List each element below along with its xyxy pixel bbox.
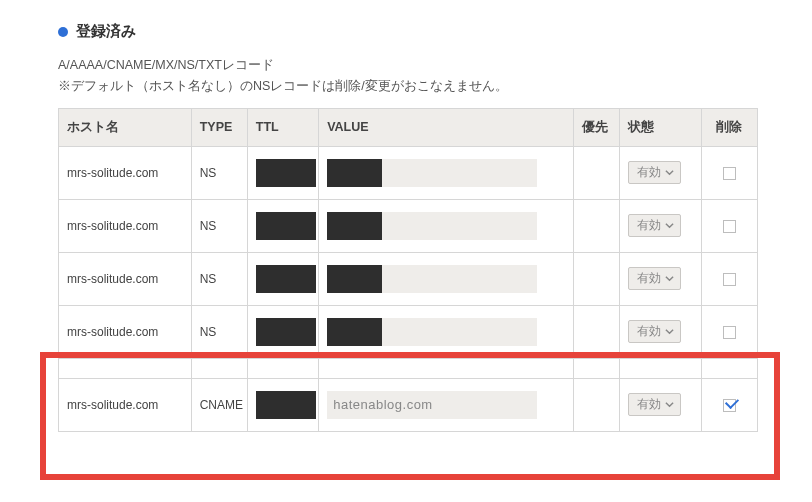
value-field[interactable] xyxy=(327,159,537,187)
cell-host: mrs-solitude.com xyxy=(59,305,192,358)
cell-ttl xyxy=(247,199,318,252)
cell-ttl xyxy=(247,252,318,305)
cell-status: 有効 xyxy=(620,146,702,199)
cell-host: mrs-solitude.com xyxy=(59,146,192,199)
cell-type: NS xyxy=(191,146,247,199)
ttl-redacted xyxy=(256,212,316,240)
bullet-icon xyxy=(58,27,68,37)
cell-value: hatenablog.com xyxy=(319,378,574,431)
ttl-redacted xyxy=(256,318,316,346)
status-label: 有効 xyxy=(637,271,661,286)
chevron-down-icon xyxy=(665,167,674,179)
cell-priority xyxy=(574,378,620,431)
ttl-redacted xyxy=(256,159,316,187)
cell-status: 有効 xyxy=(620,199,702,252)
cell-value xyxy=(319,305,574,358)
cell-host: mrs-solitude.com xyxy=(59,199,192,252)
cell-type: NS xyxy=(191,252,247,305)
status-label: 有効 xyxy=(637,324,661,339)
delete-checkbox[interactable] xyxy=(723,220,736,233)
cell-delete xyxy=(701,199,757,252)
status-select[interactable]: 有効 xyxy=(628,214,681,237)
value-field[interactable]: hatenablog.com xyxy=(327,391,537,419)
status-label: 有効 xyxy=(637,165,661,180)
value-redacted xyxy=(327,212,382,240)
th-value: VALUE xyxy=(319,108,574,146)
cell-host: mrs-solitude.com xyxy=(59,252,192,305)
status-select[interactable]: 有効 xyxy=(628,393,681,416)
cell-status: 有効 xyxy=(620,252,702,305)
table-row: mrs-solitude.comNS有効 xyxy=(59,199,758,252)
chevron-down-icon xyxy=(665,326,674,338)
cell-value xyxy=(319,252,574,305)
ttl-redacted xyxy=(256,391,316,419)
cell-value xyxy=(319,199,574,252)
cell-status: 有効 xyxy=(620,378,702,431)
th-ttl: TTL xyxy=(247,108,318,146)
value-redacted xyxy=(327,159,382,187)
cell-priority xyxy=(574,305,620,358)
table-row: mrs-solitude.comNS有効 xyxy=(59,305,758,358)
cell-host: mrs-solitude.com xyxy=(59,378,192,431)
value-field[interactable] xyxy=(327,265,537,293)
cell-type: NS xyxy=(191,305,247,358)
th-host: ホスト名 xyxy=(59,108,192,146)
cell-type: CNAME xyxy=(191,378,247,431)
delete-checkbox[interactable] xyxy=(723,399,736,412)
chevron-down-icon xyxy=(665,220,674,232)
th-priority: 優先 xyxy=(574,108,620,146)
cell-ttl xyxy=(247,378,318,431)
cell-ttl xyxy=(247,146,318,199)
th-type: TYPE xyxy=(191,108,247,146)
cell-ttl xyxy=(247,305,318,358)
cell-delete xyxy=(701,378,757,431)
chevron-down-icon xyxy=(665,273,674,285)
cell-delete xyxy=(701,146,757,199)
cell-priority xyxy=(574,199,620,252)
section-header: 登録済み xyxy=(58,22,754,41)
table-row: mrs-solitude.comNS有効 xyxy=(59,146,758,199)
cell-value xyxy=(319,146,574,199)
cell-priority xyxy=(574,146,620,199)
value-redacted xyxy=(327,318,382,346)
cell-delete xyxy=(701,252,757,305)
value-text: hatenablog.com xyxy=(327,397,537,412)
dns-records-table: ホスト名 TYPE TTL VALUE 優先 状態 削除 mrs-solitud… xyxy=(58,108,758,432)
section-title: 登録済み xyxy=(76,22,136,41)
delete-checkbox[interactable] xyxy=(723,273,736,286)
row-spacer xyxy=(59,358,758,378)
cell-status: 有効 xyxy=(620,305,702,358)
delete-checkbox[interactable] xyxy=(723,326,736,339)
status-label: 有効 xyxy=(637,397,661,412)
table-row: mrs-solitude.comNS有効 xyxy=(59,252,758,305)
th-delete: 削除 xyxy=(701,108,757,146)
th-status: 状態 xyxy=(620,108,702,146)
note: ※デフォルト（ホスト名なし）のNSレコードは削除/変更がおこなえません。 xyxy=(58,76,754,97)
cell-type: NS xyxy=(191,199,247,252)
chevron-down-icon xyxy=(665,399,674,411)
table-row: mrs-solitude.comCNAMEhatenablog.com有効 xyxy=(59,378,758,431)
status-select[interactable]: 有効 xyxy=(628,161,681,184)
cell-delete xyxy=(701,305,757,358)
cell-priority xyxy=(574,252,620,305)
subtitle: A/AAAA/CNAME/MX/NS/TXTレコード xyxy=(58,55,754,76)
value-field[interactable] xyxy=(327,212,537,240)
ttl-redacted xyxy=(256,265,316,293)
status-select[interactable]: 有効 xyxy=(628,320,681,343)
delete-checkbox[interactable] xyxy=(723,167,736,180)
status-label: 有効 xyxy=(637,218,661,233)
value-redacted xyxy=(327,265,382,293)
status-select[interactable]: 有効 xyxy=(628,267,681,290)
value-field[interactable] xyxy=(327,318,537,346)
